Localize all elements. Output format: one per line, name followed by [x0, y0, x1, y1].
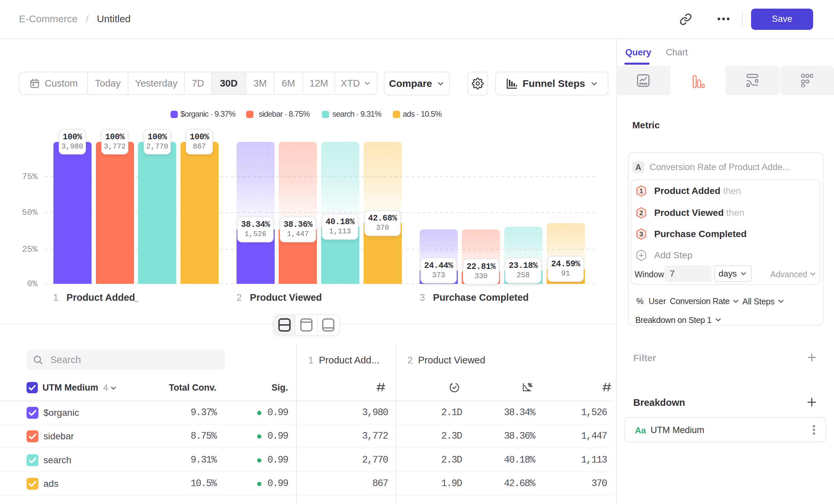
svg-text:1: 1 [639, 187, 643, 194]
svg-text:2: 2 [639, 209, 643, 216]
svg-text:3: 3 [639, 230, 643, 238]
